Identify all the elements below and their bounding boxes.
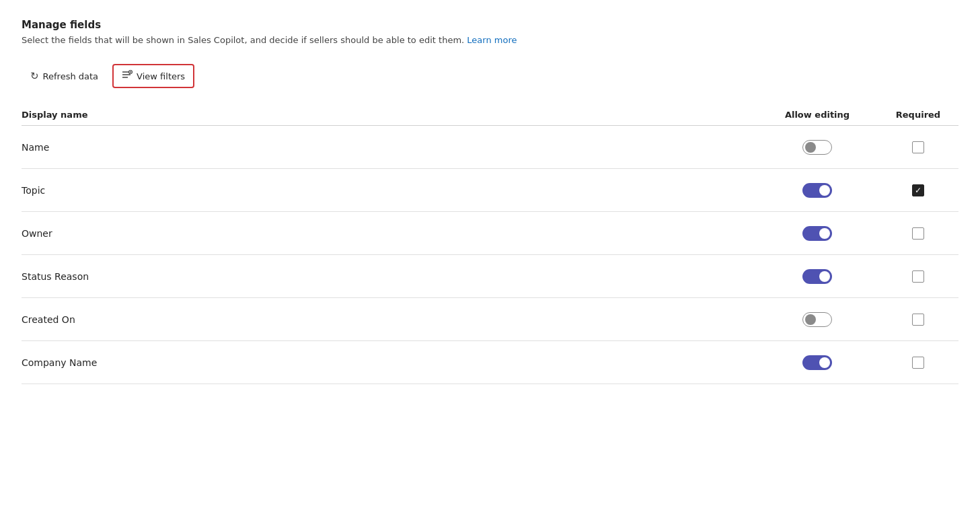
page-header: Manage fields Select the fields that wil…: [22, 19, 958, 45]
field-company-name-label: Company Name: [22, 347, 757, 379]
table-row: Owner: [22, 212, 958, 255]
field-topic-required-cell: [878, 174, 958, 207]
field-company-name-required-cell: [878, 346, 958, 379]
field-status-reason-checkbox[interactable]: [912, 270, 924, 283]
field-status-reason-required-cell: [878, 260, 958, 293]
refresh-icon: ↻: [30, 70, 39, 82]
field-name-label: Name: [22, 131, 757, 163]
header-display-name: Display name: [22, 110, 757, 120]
field-owner-toggle[interactable]: [802, 226, 832, 241]
field-owner-required-cell: [878, 217, 958, 250]
field-topic-toggle-cell: [757, 172, 878, 209]
table-header: Display name Allow editing Required: [22, 104, 958, 126]
field-status-reason-toggle-cell: [757, 258, 878, 295]
field-company-name-toggle-cell: [757, 344, 878, 381]
page-title: Manage fields: [22, 19, 958, 31]
field-topic-label: Topic: [22, 174, 757, 207]
field-owner-toggle-cell: [757, 215, 878, 252]
field-topic-checkbox[interactable]: [912, 184, 924, 196]
field-created-on-toggle[interactable]: [802, 312, 832, 327]
table-row: Company Name: [22, 341, 958, 384]
filter-icon: [122, 69, 133, 83]
field-created-on-required-cell: [878, 303, 958, 336]
page-subtitle: Select the fields that will be shown in …: [22, 35, 958, 45]
table-row: Topic: [22, 169, 958, 212]
field-topic-toggle[interactable]: [802, 183, 832, 198]
header-required: Required: [878, 110, 958, 120]
field-created-on-label: Created On: [22, 303, 757, 336]
field-created-on-toggle-cell: [757, 301, 878, 338]
field-name-toggle[interactable]: [802, 140, 832, 155]
field-name-required-cell: [878, 131, 958, 164]
field-created-on-checkbox[interactable]: [912, 314, 924, 326]
field-company-name-checkbox[interactable]: [912, 357, 924, 369]
fields-table: Display name Allow editing Required Name: [22, 104, 958, 384]
learn-more-link[interactable]: Learn more: [467, 35, 517, 45]
field-owner-label: Owner: [22, 217, 757, 250]
toolbar: ↻ Refresh data View filters: [22, 64, 958, 88]
field-name-toggle-cell: [757, 129, 878, 166]
table-row: Status Reason: [22, 255, 958, 298]
field-status-reason-label: Status Reason: [22, 260, 757, 293]
field-owner-checkbox[interactable]: [912, 227, 924, 240]
header-allow-editing: Allow editing: [757, 110, 878, 120]
field-company-name-toggle[interactable]: [802, 355, 832, 370]
field-name-checkbox[interactable]: [912, 141, 924, 153]
refresh-data-button[interactable]: ↻ Refresh data: [22, 65, 107, 87]
table-row: Name: [22, 126, 958, 169]
view-filters-button[interactable]: View filters: [112, 64, 194, 88]
table-row: Created On: [22, 298, 958, 341]
field-status-reason-toggle[interactable]: [802, 269, 832, 284]
